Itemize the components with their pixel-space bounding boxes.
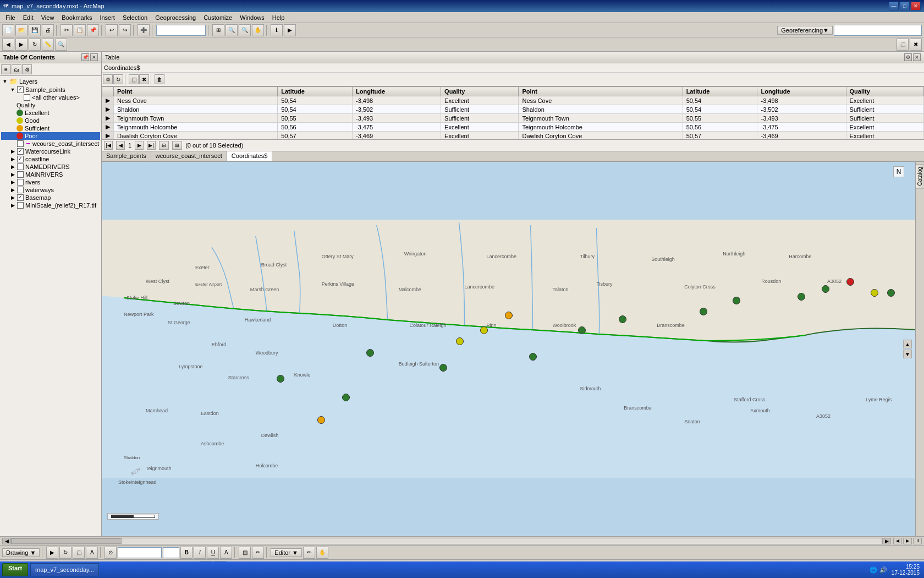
miniscale-checkbox[interactable]	[17, 202, 24, 209]
map-point-12[interactable]	[733, 297, 740, 304]
start-button[interactable]: Start	[2, 563, 28, 576]
georeferencing-label[interactable]: Georeferencing▼	[777, 26, 833, 35]
map-point-4[interactable]	[456, 337, 464, 345]
select-features-button[interactable]: ⬚	[897, 39, 909, 51]
table-row[interactable]: ▶ Teignmouth Town 50,55 -3,493 Sufficien…	[102, 114, 924, 123]
table-refresh-button[interactable]: ↻	[113, 74, 123, 84]
close-button[interactable]: ✕	[911, 2, 921, 10]
scroll-up-button[interactable]: ▲	[903, 340, 912, 348]
miniscale-input[interactable]: MiniScale_(relief2)_R17.tif	[834, 25, 922, 36]
rivers-checkbox[interactable]	[17, 179, 24, 186]
layers-expand-icon[interactable]: ▼	[2, 79, 8, 84]
arcmap-taskbar-button[interactable]: map_v7_secondday...	[30, 563, 99, 576]
col-quality-left[interactable]: Quality	[441, 87, 519, 96]
map-point-7[interactable]	[529, 353, 537, 361]
layer-coastline[interactable]: ▶ coastline	[1, 155, 100, 163]
row-selector-4[interactable]: ▶	[102, 132, 114, 140]
map-point-13[interactable]	[798, 293, 805, 301]
map-point-2[interactable]	[277, 375, 284, 383]
font-name-input[interactable]: Arial	[118, 547, 162, 558]
all-other-checkbox[interactable]	[24, 94, 30, 101]
col-point-right[interactable]: Point	[519, 87, 683, 96]
editor-pencil-button[interactable]: ✏	[303, 547, 315, 559]
editor-move-button[interactable]: ✋	[316, 547, 328, 559]
layer-namedrivers[interactable]: ▶ NAMEDRIVERS	[1, 163, 100, 171]
mainrivers-checkbox[interactable]	[17, 171, 24, 178]
layer-miniscale[interactable]: ▶ MiniScale_(relief2)_R17.tif	[1, 201, 100, 209]
layer-wcourse-coast[interactable]: wcourse_coast_intersect	[1, 140, 100, 148]
table-options-button2[interactable]: ⚙	[103, 74, 113, 84]
watercourselink-expand[interactable]: ▶	[10, 149, 15, 154]
paste-button[interactable]: 📌	[87, 24, 99, 36]
sample-points-checkbox[interactable]	[17, 86, 24, 93]
menu-insert[interactable]: Insert	[96, 13, 118, 22]
zoom-in-button[interactable]: 🔍	[226, 24, 238, 36]
toc-close-button[interactable]: ✕	[90, 53, 98, 61]
new-button[interactable]: 📄	[2, 24, 14, 36]
open-button[interactable]: 📂	[15, 24, 28, 36]
col-lat-left[interactable]: Latitude	[278, 87, 353, 96]
hscroll-left-button[interactable]: ◀	[2, 538, 11, 544]
map-point-5[interactable]	[480, 326, 488, 334]
table-row[interactable]: ▶ Dawlish Coryton Cove 50,57 -3,469 Exce…	[102, 132, 924, 140]
map-pause-button[interactable]: ⏸	[913, 538, 922, 544]
layers-root[interactable]: ▼ 📁 Layers	[1, 77, 100, 86]
layer-all-other[interactable]: <all other values>	[1, 94, 100, 101]
scale-input[interactable]: 1:195,556	[156, 25, 206, 36]
rotate-button[interactable]: ↻	[59, 547, 72, 559]
full-extent-button[interactable]: ⊞	[212, 24, 224, 36]
table-row[interactable]: ▶ Ness Cove 50,54 -3,498 Excellent Ness …	[102, 96, 924, 105]
col-quality-right[interactable]: Quality	[846, 87, 923, 96]
map-point-0[interactable]	[317, 416, 325, 424]
row-selector-0[interactable]: ▶	[102, 96, 114, 105]
tab-coordinates[interactable]: Coordinates$	[227, 151, 272, 161]
find-button[interactable]: 🔍	[55, 39, 67, 51]
tab-wcourse-coast[interactable]: wcourse_coast_intersect	[151, 151, 227, 161]
line-color-button[interactable]: ✏	[252, 547, 264, 559]
map-point-15[interactable]	[871, 289, 878, 297]
menu-customize[interactable]: Customize	[200, 13, 235, 22]
layer-rivers[interactable]: ▶ rivers	[1, 178, 100, 186]
miniscale-expand[interactable]: ▶	[10, 203, 15, 208]
menu-windows[interactable]: Windows	[237, 13, 268, 22]
namedrivers-checkbox[interactable]	[17, 163, 24, 170]
col-lat-right[interactable]: Latitude	[683, 87, 757, 96]
table-delete-button[interactable]: 🗑	[155, 74, 164, 84]
waterways-checkbox[interactable]	[17, 187, 24, 193]
pan-button[interactable]: ✋	[252, 24, 264, 36]
col-lon-right[interactable]: Longitude	[757, 87, 846, 96]
hscroll-track[interactable]	[11, 538, 882, 544]
copy-button[interactable]: 📋	[74, 24, 86, 36]
scroll-down-button[interactable]: ▼	[903, 350, 912, 358]
col-point-left[interactable]: Point	[114, 87, 278, 96]
measure-button[interactable]: 📏	[42, 39, 54, 51]
hscroll-thumb[interactable]	[12, 538, 122, 544]
map-back-button[interactable]: ◀	[893, 538, 902, 544]
save-button[interactable]: 💾	[29, 24, 41, 36]
basemap-checkbox[interactable]	[17, 194, 24, 201]
toc-source-view-button[interactable]: 🗂	[12, 64, 21, 74]
select-button[interactable]: ▶	[284, 24, 296, 36]
table-content[interactable]: Point Latitude Longitude Quality Point L…	[102, 86, 924, 139]
menu-help[interactable]: Help	[269, 13, 288, 22]
nav-first-button[interactable]: |◀	[104, 141, 113, 150]
zoom-out-button[interactable]: 🔍	[239, 24, 251, 36]
drawing-rect-button[interactable]: ⬚	[73, 547, 85, 559]
catalog-tab[interactable]: Catalog	[915, 164, 924, 188]
select-tool-button[interactable]: ▶	[46, 547, 58, 559]
map-area[interactable]: West Clyst Exeter Broad Clyst Ottery St …	[102, 162, 915, 536]
wcourse-expand[interactable]	[10, 141, 15, 146]
nav-north-button[interactable]: N	[893, 166, 904, 177]
row-selector-2[interactable]: ▶	[102, 114, 114, 123]
map-point-14[interactable]	[822, 285, 829, 293]
toc-options-button[interactable]: ⚙	[22, 64, 32, 74]
rivers-expand[interactable]: ▶	[10, 179, 15, 185]
toc-pin-button[interactable]: 📌	[81, 53, 89, 61]
menu-bookmarks[interactable]: Bookmarks	[58, 13, 95, 22]
text-tool-button[interactable]: A	[86, 547, 98, 559]
namedrivers-expand[interactable]: ▶	[10, 164, 15, 170]
italic-button[interactable]: I	[194, 547, 206, 559]
zoom-next-button[interactable]: ▶	[15, 39, 28, 51]
hscroll-right-button[interactable]: ▶	[882, 538, 891, 544]
table-select-all-button[interactable]: ⬚	[129, 74, 139, 84]
